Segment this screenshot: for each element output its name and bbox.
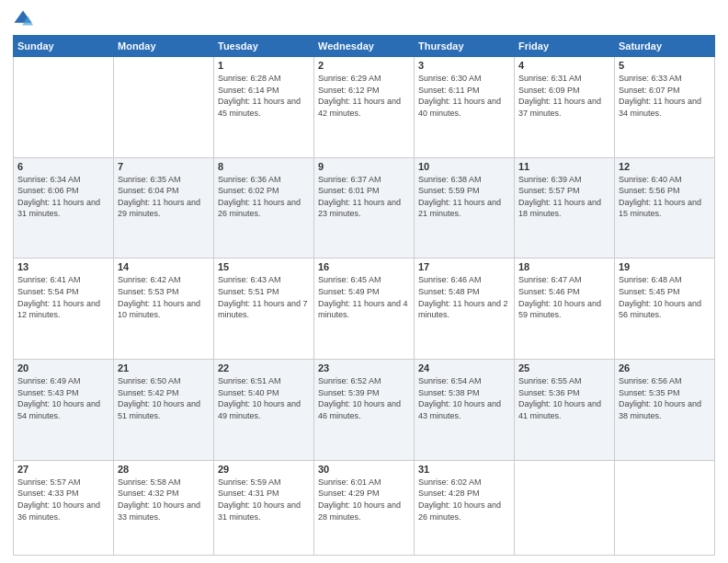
day-number: 31 bbox=[418, 464, 510, 475]
day-info: Sunrise: 5:59 AMSunset: 4:31 PMDaylight:… bbox=[218, 477, 310, 523]
day-info: Sunrise: 6:33 AMSunset: 6:07 PMDaylight:… bbox=[619, 73, 711, 119]
day-info: Sunrise: 6:34 AMSunset: 6:06 PMDaylight:… bbox=[17, 174, 109, 220]
calendar-cell: 25Sunrise: 6:55 AMSunset: 5:36 PMDayligh… bbox=[515, 360, 615, 461]
day-number: 9 bbox=[318, 161, 410, 172]
day-number: 23 bbox=[318, 362, 410, 373]
calendar-cell: 26Sunrise: 6:56 AMSunset: 5:35 PMDayligh… bbox=[615, 360, 715, 461]
day-number: 4 bbox=[518, 60, 610, 71]
calendar-cell: 14Sunrise: 6:42 AMSunset: 5:53 PMDayligh… bbox=[114, 259, 214, 360]
day-number: 16 bbox=[318, 261, 410, 272]
day-info: Sunrise: 6:42 AMSunset: 5:53 PMDaylight:… bbox=[118, 274, 210, 320]
page: SundayMondayTuesdayWednesdayThursdayFrid… bbox=[0, 0, 728, 563]
day-number: 18 bbox=[518, 261, 610, 272]
logo bbox=[13, 9, 35, 29]
calendar-table: SundayMondayTuesdayWednesdayThursdayFrid… bbox=[13, 35, 715, 556]
day-number: 14 bbox=[118, 261, 210, 272]
calendar-cell: 16Sunrise: 6:45 AMSunset: 5:49 PMDayligh… bbox=[314, 259, 415, 360]
day-header-monday: Monday bbox=[114, 36, 214, 57]
day-info: Sunrise: 6:40 AMSunset: 5:56 PMDaylight:… bbox=[619, 174, 711, 220]
calendar-week-row: 13Sunrise: 6:41 AMSunset: 5:54 PMDayligh… bbox=[14, 259, 715, 360]
day-info: Sunrise: 6:50 AMSunset: 5:42 PMDaylight:… bbox=[118, 375, 210, 421]
calendar-cell: 4Sunrise: 6:31 AMSunset: 6:09 PMDaylight… bbox=[515, 57, 615, 158]
day-info: Sunrise: 6:35 AMSunset: 6:04 PMDaylight:… bbox=[118, 174, 210, 220]
day-header-sunday: Sunday bbox=[14, 36, 114, 57]
day-info: Sunrise: 6:47 AMSunset: 5:46 PMDaylight:… bbox=[518, 274, 610, 320]
calendar-cell: 21Sunrise: 6:50 AMSunset: 5:42 PMDayligh… bbox=[114, 360, 214, 461]
day-info: Sunrise: 6:38 AMSunset: 5:59 PMDaylight:… bbox=[418, 174, 510, 220]
day-number: 5 bbox=[619, 60, 711, 71]
day-number: 28 bbox=[118, 464, 210, 475]
calendar-cell: 8Sunrise: 6:36 AMSunset: 6:02 PMDaylight… bbox=[214, 157, 314, 259]
day-info: Sunrise: 5:58 AMSunset: 4:32 PMDaylight:… bbox=[118, 477, 210, 523]
day-number: 27 bbox=[17, 464, 109, 475]
calendar-week-row: 27Sunrise: 5:57 AMSunset: 4:33 PMDayligh… bbox=[14, 460, 715, 555]
day-number: 7 bbox=[118, 161, 210, 172]
calendar-cell: 28Sunrise: 5:58 AMSunset: 4:32 PMDayligh… bbox=[114, 460, 214, 555]
calendar-cell: 6Sunrise: 6:34 AMSunset: 6:06 PMDaylight… bbox=[14, 157, 114, 259]
calendar-cell bbox=[14, 57, 114, 158]
calendar-cell: 3Sunrise: 6:30 AMSunset: 6:11 PMDaylight… bbox=[415, 57, 515, 158]
day-number: 15 bbox=[218, 261, 310, 272]
day-number: 10 bbox=[418, 161, 510, 172]
day-info: Sunrise: 6:41 AMSunset: 5:54 PMDaylight:… bbox=[17, 274, 109, 320]
day-number: 1 bbox=[218, 60, 310, 71]
day-info: Sunrise: 5:57 AMSunset: 4:33 PMDaylight:… bbox=[17, 477, 109, 523]
day-info: Sunrise: 6:52 AMSunset: 5:39 PMDaylight:… bbox=[318, 375, 410, 421]
calendar-cell: 7Sunrise: 6:35 AMSunset: 6:04 PMDaylight… bbox=[114, 157, 214, 259]
day-info: Sunrise: 6:29 AMSunset: 6:12 PMDaylight:… bbox=[318, 73, 410, 119]
day-number: 30 bbox=[318, 464, 410, 475]
day-info: Sunrise: 6:45 AMSunset: 5:49 PMDaylight:… bbox=[318, 274, 410, 320]
day-info: Sunrise: 6:43 AMSunset: 5:51 PMDaylight:… bbox=[218, 274, 310, 320]
day-number: 17 bbox=[418, 261, 510, 272]
calendar-cell: 27Sunrise: 5:57 AMSunset: 4:33 PMDayligh… bbox=[14, 460, 114, 555]
calendar-cell: 15Sunrise: 6:43 AMSunset: 5:51 PMDayligh… bbox=[214, 259, 314, 360]
day-number: 8 bbox=[218, 161, 310, 172]
day-info: Sunrise: 6:51 AMSunset: 5:40 PMDaylight:… bbox=[218, 375, 310, 421]
day-info: Sunrise: 6:48 AMSunset: 5:45 PMDaylight:… bbox=[619, 274, 711, 320]
calendar-week-row: 6Sunrise: 6:34 AMSunset: 6:06 PMDaylight… bbox=[14, 157, 715, 259]
day-number: 25 bbox=[518, 362, 610, 373]
calendar-cell: 10Sunrise: 6:38 AMSunset: 5:59 PMDayligh… bbox=[415, 157, 515, 259]
day-info: Sunrise: 6:31 AMSunset: 6:09 PMDaylight:… bbox=[518, 73, 610, 119]
calendar-cell: 13Sunrise: 6:41 AMSunset: 5:54 PMDayligh… bbox=[14, 259, 114, 360]
calendar-cell bbox=[515, 460, 615, 555]
day-info: Sunrise: 6:36 AMSunset: 6:02 PMDaylight:… bbox=[218, 174, 310, 220]
calendar-cell: 11Sunrise: 6:39 AMSunset: 5:57 PMDayligh… bbox=[515, 157, 615, 259]
day-header-wednesday: Wednesday bbox=[314, 36, 415, 57]
day-number: 6 bbox=[17, 161, 109, 172]
logo-icon bbox=[13, 9, 33, 29]
calendar-cell: 31Sunrise: 6:02 AMSunset: 4:28 PMDayligh… bbox=[415, 460, 515, 555]
calendar-cell: 20Sunrise: 6:49 AMSunset: 5:43 PMDayligh… bbox=[14, 360, 114, 461]
day-info: Sunrise: 6:55 AMSunset: 5:36 PMDaylight:… bbox=[518, 375, 610, 421]
calendar-cell: 18Sunrise: 6:47 AMSunset: 5:46 PMDayligh… bbox=[515, 259, 615, 360]
day-number: 26 bbox=[619, 362, 711, 373]
calendar-cell: 17Sunrise: 6:46 AMSunset: 5:48 PMDayligh… bbox=[415, 259, 515, 360]
calendar-cell: 19Sunrise: 6:48 AMSunset: 5:45 PMDayligh… bbox=[615, 259, 715, 360]
calendar-cell bbox=[615, 460, 715, 555]
calendar-cell: 5Sunrise: 6:33 AMSunset: 6:07 PMDaylight… bbox=[615, 57, 715, 158]
day-info: Sunrise: 6:54 AMSunset: 5:38 PMDaylight:… bbox=[418, 375, 510, 421]
calendar-cell: 30Sunrise: 6:01 AMSunset: 4:29 PMDayligh… bbox=[314, 460, 415, 555]
day-header-friday: Friday bbox=[515, 36, 615, 57]
day-info: Sunrise: 6:39 AMSunset: 5:57 PMDaylight:… bbox=[518, 174, 610, 220]
day-number: 29 bbox=[218, 464, 310, 475]
calendar-cell: 12Sunrise: 6:40 AMSunset: 5:56 PMDayligh… bbox=[615, 157, 715, 259]
calendar-cell: 23Sunrise: 6:52 AMSunset: 5:39 PMDayligh… bbox=[314, 360, 415, 461]
day-header-tuesday: Tuesday bbox=[214, 36, 314, 57]
calendar-cell: 2Sunrise: 6:29 AMSunset: 6:12 PMDaylight… bbox=[314, 57, 415, 158]
calendar-cell bbox=[114, 57, 214, 158]
day-number: 22 bbox=[218, 362, 310, 373]
day-number: 3 bbox=[418, 60, 510, 71]
day-info: Sunrise: 6:56 AMSunset: 5:35 PMDaylight:… bbox=[619, 375, 711, 421]
day-number: 11 bbox=[518, 161, 610, 172]
calendar-cell: 24Sunrise: 6:54 AMSunset: 5:38 PMDayligh… bbox=[415, 360, 515, 461]
calendar-header-row: SundayMondayTuesdayWednesdayThursdayFrid… bbox=[14, 36, 715, 57]
day-info: Sunrise: 6:46 AMSunset: 5:48 PMDaylight:… bbox=[418, 274, 510, 320]
day-number: 20 bbox=[17, 362, 109, 373]
calendar-week-row: 1Sunrise: 6:28 AMSunset: 6:14 PMDaylight… bbox=[14, 57, 715, 158]
day-info: Sunrise: 6:28 AMSunset: 6:14 PMDaylight:… bbox=[218, 73, 310, 119]
day-info: Sunrise: 6:49 AMSunset: 5:43 PMDaylight:… bbox=[17, 375, 109, 421]
day-info: Sunrise: 6:02 AMSunset: 4:28 PMDaylight:… bbox=[418, 477, 510, 523]
calendar-cell: 22Sunrise: 6:51 AMSunset: 5:40 PMDayligh… bbox=[214, 360, 314, 461]
day-number: 19 bbox=[619, 261, 711, 272]
